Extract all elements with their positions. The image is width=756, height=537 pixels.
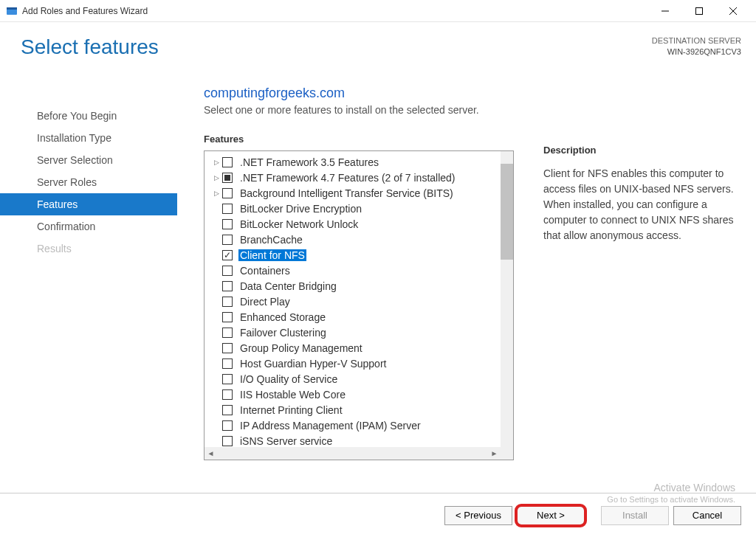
feature-label: .NET Framework 3.5 Features [238, 156, 380, 168]
feature-item[interactable]: Client for NFS [205, 247, 501, 263]
feature-item[interactable]: ▷.NET Framework 4.7 Features (2 of 7 ins… [205, 170, 501, 185]
app-icon [6, 5, 18, 17]
feature-label: BitLocker Network Unlock [238, 218, 360, 230]
description-heading: Description [543, 145, 735, 156]
sidebar-step-3[interactable]: Server Roles [0, 171, 177, 193]
feature-checkbox[interactable] [222, 405, 233, 415]
instruction-text: Select one or more features to install o… [204, 104, 514, 116]
feature-item[interactable]: BitLocker Network Unlock [205, 216, 501, 232]
close-button[interactable] [716, 0, 750, 22]
feature-checkbox[interactable] [222, 374, 233, 384]
feature-label: I/O Quality of Service [238, 373, 339, 385]
horizontal-scrollbar[interactable]: ◄ ► [205, 447, 501, 460]
window-controls [648, 0, 750, 22]
feature-label: Internet Printing Client [238, 404, 344, 416]
scroll-thumb[interactable] [501, 164, 513, 260]
sidebar-step-4[interactable]: Features [0, 193, 177, 215]
features-heading: Features [204, 134, 514, 145]
feature-item[interactable]: IP Address Management (IPAM) Server [205, 418, 501, 433]
feature-item[interactable]: iSNS Server service [205, 433, 501, 447]
feature-checkbox[interactable] [222, 328, 233, 338]
feature-label: Enhanced Storage [238, 311, 327, 323]
feature-checkbox[interactable] [222, 173, 233, 183]
feature-item[interactable]: Host Guardian Hyper-V Support [205, 356, 501, 371]
feature-checkbox[interactable] [222, 219, 233, 229]
svg-rect-3 [696, 7, 703, 14]
feature-item[interactable]: Group Policy Management [205, 340, 501, 356]
feature-item[interactable]: ▷.NET Framework 3.5 Features [205, 154, 501, 170]
feature-label: Host Guardian Hyper-V Support [238, 358, 388, 370]
feature-checkbox[interactable] [222, 297, 233, 307]
scroll-corner [501, 447, 513, 460]
sidebar-step-1[interactable]: Installation Type [0, 127, 177, 149]
expand-icon[interactable]: ▷ [212, 189, 221, 198]
feature-label: Background Intelligent Transfer Service … [238, 187, 455, 199]
feature-item[interactable]: Failover Clustering [205, 325, 501, 340]
feature-label: Failover Clustering [238, 327, 328, 339]
previous-button[interactable]: < Previous [444, 506, 512, 525]
feature-checkbox[interactable] [222, 188, 233, 198]
feature-checkbox[interactable] [222, 157, 233, 167]
feature-checkbox[interactable] [222, 235, 233, 245]
feature-checkbox[interactable] [222, 343, 233, 353]
sidebar-step-5[interactable]: Confirmation [0, 215, 177, 238]
feature-label: Data Center Bridging [238, 280, 338, 292]
feature-label: iSNS Server service [238, 435, 334, 447]
feature-item[interactable]: Enhanced Storage [205, 309, 501, 325]
feature-label: BitLocker Drive Encryption [238, 203, 363, 215]
titlebar: Add Roles and Features Wizard [0, 0, 756, 22]
feature-label: Client for NFS [238, 249, 306, 261]
feature-label: Containers [238, 265, 292, 277]
features-tree: ▷.NET Framework 3.5 Features▷.NET Framew… [204, 150, 514, 460]
feature-item[interactable]: ▷Background Intelligent Transfer Service… [205, 185, 501, 201]
feature-checkbox[interactable] [222, 420, 233, 431]
scroll-right-icon[interactable]: ► [488, 447, 501, 460]
svg-rect-1 [7, 7, 17, 10]
feature-label: Direct Play [238, 296, 292, 308]
feature-checkbox[interactable] [222, 436, 233, 446]
feature-item[interactable]: BitLocker Drive Encryption [205, 201, 501, 216]
wizard-footer: < Previous Next > Install Cancel [0, 493, 756, 537]
feature-checkbox[interactable] [222, 389, 233, 400]
expand-icon[interactable]: ▷ [212, 158, 221, 167]
sidebar-step-6: Results [0, 238, 177, 260]
expand-icon[interactable]: ▷ [212, 173, 221, 182]
feature-checkbox[interactable] [222, 358, 233, 369]
minimize-button[interactable] [648, 0, 682, 22]
sidebar-step-2[interactable]: Server Selection [0, 149, 177, 171]
feature-item[interactable]: Data Center Bridging [205, 278, 501, 294]
feature-item[interactable]: I/O Quality of Service [205, 371, 501, 387]
next-button[interactable]: Next > [517, 506, 585, 525]
feature-label: BranchCache [238, 234, 304, 246]
watermark-link: computingforgeeks.com [204, 86, 514, 101]
feature-item[interactable]: IIS Hostable Web Core [205, 387, 501, 402]
scroll-left-icon[interactable]: ◄ [205, 447, 217, 460]
vertical-scrollbar[interactable] [501, 151, 513, 447]
feature-item[interactable]: BranchCache [205, 232, 501, 247]
feature-checkbox[interactable] [222, 312, 233, 322]
maximize-button[interactable] [682, 0, 716, 22]
feature-item[interactable]: Internet Printing Client [205, 402, 501, 418]
sidebar-step-0[interactable]: Before You Begin [0, 105, 177, 127]
feature-checkbox[interactable] [222, 204, 233, 214]
cancel-button[interactable]: Cancel [673, 506, 741, 525]
install-button[interactable]: Install [601, 506, 669, 525]
feature-checkbox[interactable] [222, 266, 233, 276]
feature-label: IIS Hostable Web Core [238, 389, 347, 401]
feature-item[interactable]: Containers [205, 263, 501, 278]
feature-label: .NET Framework 4.7 Features (2 of 7 inst… [238, 172, 457, 184]
feature-checkbox[interactable] [222, 250, 233, 260]
feature-label: Group Policy Management [238, 342, 364, 354]
feature-label: IP Address Management (IPAM) Server [238, 420, 422, 432]
window-title: Add Roles and Features Wizard [22, 6, 648, 16]
wizard-steps-sidebar: Before You BeginInstallation TypeServer … [0, 22, 177, 493]
feature-item[interactable]: Direct Play [205, 294, 501, 309]
description-text: Client for NFS enables this computer to … [543, 166, 735, 243]
feature-checkbox[interactable] [222, 281, 233, 291]
